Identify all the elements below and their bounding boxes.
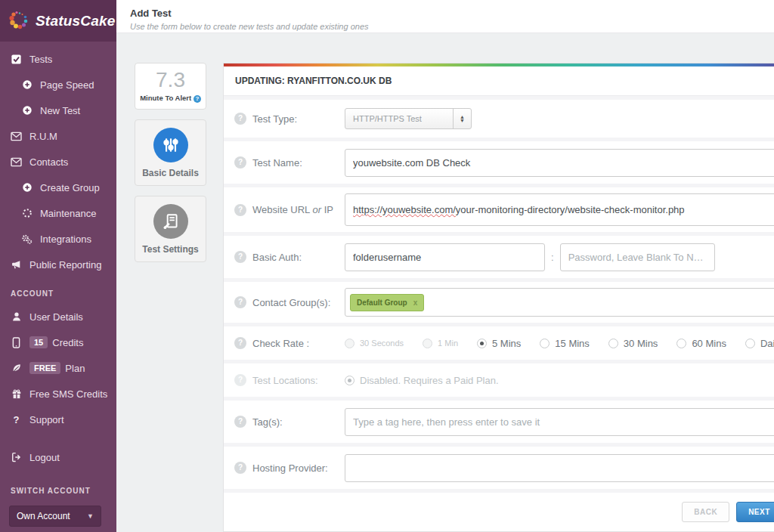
website-url-label: ? Website URL or IP <box>234 204 345 216</box>
back-button[interactable]: BACK <box>682 502 729 522</box>
website-url-textarea[interactable]: https://youwebsite.com/your-monitoring-d… <box>345 193 774 226</box>
test-locations-label: ? Test Locations: <box>234 374 345 386</box>
basic-auth-label: ? Basic Auth: <box>234 251 345 263</box>
leaf-icon <box>10 362 23 374</box>
help-icon[interactable]: ? <box>234 204 246 216</box>
radio-icon[interactable] <box>540 339 550 348</box>
check-rate-row: ? Check Rate : 30 Seconds 1 Min 5 Mins 1… <box>224 326 774 360</box>
hosting-provider-label: ? Hosting Provider: <box>234 462 345 474</box>
sidebar-item-label: Free SMS Credits <box>29 388 107 400</box>
contact-groups-input[interactable]: Default Group x <box>345 288 774 317</box>
sidebar-item-contacts[interactable]: Contacts <box>0 149 116 175</box>
minute-to-alert-card: 7.3 Minute To Alert ? <box>135 63 206 110</box>
sliders-icon <box>153 128 188 162</box>
test-name-label: ? Test Name: <box>234 156 345 169</box>
test-name-input[interactable] <box>345 149 774 177</box>
sidebar-item-public-reporting[interactable]: Public Reporting <box>0 252 116 277</box>
basic-auth-password-input[interactable] <box>560 243 715 271</box>
contact-groups-label: ? Contact Group(s): <box>234 296 345 308</box>
hosting-provider-input[interactable] <box>345 454 774 482</box>
help-icon[interactable]: ? <box>234 251 246 263</box>
envelope-icon <box>10 156 23 168</box>
tags-row: ? Tag(s): <box>224 401 774 443</box>
sidebar-item-label: Contacts <box>29 156 68 168</box>
sidebar-item-logout[interactable]: Logout <box>0 444 116 470</box>
minute-to-alert-value: 7.3 <box>138 69 203 92</box>
auth-separator: : <box>551 252 554 263</box>
sidebar-item-integrations[interactable]: Integrations <box>0 226 116 252</box>
help-icon[interactable]: ? <box>234 113 246 125</box>
check-rate-option-60-mins[interactable]: 60 Mins <box>676 338 726 349</box>
check-rate-option-5-mins[interactable]: 5 Mins <box>477 338 521 349</box>
url-value-path: your-monitoring-directory/website-check-… <box>456 204 685 215</box>
help-icon[interactable]: ? <box>234 462 246 474</box>
gears-icon <box>20 233 33 245</box>
sidebar-item-new-test[interactable]: New Test <box>0 97 116 123</box>
sidebar-account-nav: User Details 15 Credits FREE Plan <box>0 304 116 470</box>
sidebar-item-label: Create Group <box>40 182 100 193</box>
test-settings-button[interactable]: Test Settings <box>135 196 206 262</box>
logo-bar[interactable]: StatusCake <box>0 0 116 42</box>
main-area: Add Test Use the form below to create ne… <box>116 0 774 532</box>
sidebar-item-credits[interactable]: 15 Credits <box>0 329 116 355</box>
account-select-value: Own Account <box>17 511 70 521</box>
sidebar-item-maintenance[interactable]: Maintenance <box>0 200 116 226</box>
basic-details-label: Basic Details <box>138 168 203 178</box>
page-title: Add Test <box>130 8 774 19</box>
left-panel: 7.3 Minute To Alert ? Basic Details <box>135 63 206 262</box>
account-section-header: ACCOUNT <box>0 277 116 304</box>
help-icon[interactable]: ? <box>234 296 246 308</box>
help-icon[interactable]: ? <box>234 156 246 169</box>
radio-icon[interactable] <box>477 339 487 348</box>
test-type-select[interactable]: HTTP/HTTPS Test ▲▼ <box>345 108 472 129</box>
tags-input[interactable] <box>345 408 774 436</box>
next-button[interactable]: NEXT <box>736 502 774 522</box>
radio-icon[interactable] <box>608 339 618 348</box>
plus-circle-icon <box>20 181 33 193</box>
logo-text: StatusCake <box>36 13 116 29</box>
sidebar-item-user-details[interactable]: User Details <box>0 304 116 329</box>
sidebar: StatusCake Tests Page Speed New Test <box>0 0 116 532</box>
content: 7.3 Minute To Alert ? Basic Details <box>116 33 774 532</box>
help-icon[interactable]: ? <box>234 337 246 349</box>
checkbox-icon <box>10 53 23 65</box>
sidebar-item-tests[interactable]: Tests <box>0 46 116 72</box>
plus-circle-icon <box>20 79 33 91</box>
remove-tag-icon[interactable]: x <box>413 298 418 307</box>
sidebar-item-label: Plan <box>65 363 85 374</box>
basic-auth-username-input[interactable] <box>345 243 545 271</box>
credits-badge: 15 <box>29 336 48 348</box>
test-locations-text: Disabled. Requires a Paid Plan. <box>360 375 499 386</box>
sidebar-item-support[interactable]: ? Support <box>0 407 116 432</box>
sidebar-item-free-sms-credits[interactable]: Free SMS Credits <box>0 381 116 407</box>
page-subtitle: Use the form below to create new tests a… <box>130 22 774 31</box>
form-heading: UPDATING: RYANFITTON.CO.UK DB <box>224 66 774 96</box>
sidebar-item-label: Page Speed <box>40 79 94 91</box>
caret-down-icon: ▼ <box>87 512 94 520</box>
sidebar-item-label: Support <box>29 414 64 425</box>
test-name-row: ? Test Name: <box>224 141 774 184</box>
check-rate-label: ? Check Rate : <box>234 337 345 349</box>
page-header: Add Test Use the form below to create ne… <box>116 0 774 33</box>
basic-details-button[interactable]: Basic Details <box>135 119 206 186</box>
check-rate-option-daily[interactable]: Daily <box>745 338 774 349</box>
tags-label: ? Tag(s): <box>234 416 345 428</box>
check-rate-option-15-mins[interactable]: 15 Mins <box>540 338 590 349</box>
basic-auth-row: ? Basic Auth: : <box>224 236 774 278</box>
contact-group-tag[interactable]: Default Group x <box>350 294 424 311</box>
contact-groups-row: ? Contact Group(s): Default Group x <box>224 282 774 323</box>
help-icon[interactable]: ? <box>234 416 246 428</box>
sidebar-item-plan[interactable]: FREE Plan <box>0 355 116 381</box>
radio-icon[interactable] <box>676 339 686 348</box>
sidebar-item-create-group[interactable]: Create Group <box>0 175 116 200</box>
sidebar-item-page-speed[interactable]: Page Speed <box>0 72 116 97</box>
radio-icon[interactable] <box>745 339 755 348</box>
test-type-selected-value: HTTP/HTTPS Test <box>345 114 453 123</box>
sidebar-item-rum[interactable]: R.U.M <box>0 123 116 149</box>
check-rate-option-30-mins[interactable]: 30 Mins <box>608 338 658 349</box>
app-window: StatusCake Tests Page Speed New Test <box>0 0 774 532</box>
help-icon[interactable]: ? <box>194 95 201 103</box>
hosting-provider-row: ? Hosting Provider: <box>224 447 774 489</box>
check-rate-option-1-min: 1 Min <box>423 339 458 348</box>
account-select-dropdown[interactable]: Own Account ▼ <box>9 506 101 527</box>
